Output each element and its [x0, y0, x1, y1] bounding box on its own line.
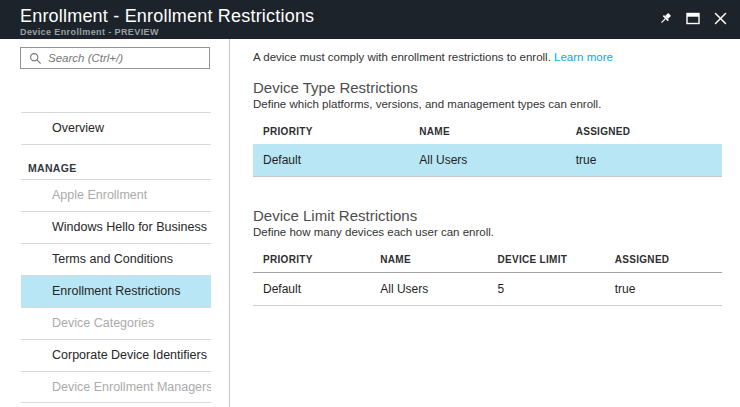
cell-assigned: true — [566, 144, 722, 176]
cell-priority: Default — [253, 144, 409, 176]
page-subtitle: Device Enrollment - PREVIEW — [20, 27, 314, 37]
page-title: Enrollment - Enrollment Restrictions — [20, 6, 314, 26]
close-icon[interactable] — [713, 11, 728, 26]
device-type-restrictions-description: Define which platforms, versions, and ma… — [253, 98, 722, 111]
blade-sidebar: Overview MANAGE Apple Enrollment Windows… — [0, 39, 230, 407]
column-header-name: NAME — [370, 248, 487, 273]
device-limit-restrictions-title: Device Limit Restrictions — [253, 207, 722, 224]
device-limit-restrictions-table: PRIORITY NAME DEVICE LIMIT ASSIGNED Defa… — [253, 248, 722, 307]
device-type-restrictions-table: PRIORITY NAME ASSIGNED Default All Users… — [253, 119, 722, 177]
sidebar-item-device-categories: Device Categories — [21, 307, 211, 339]
cell-assigned: true — [605, 273, 722, 306]
sidebar-item-windows-hello[interactable]: Windows Hello for Business — [21, 211, 211, 243]
titlebar-actions — [657, 0, 740, 26]
sidebar-menu: Overview MANAGE Apple Enrollment Windows… — [21, 112, 211, 403]
intro-sentence: A device must comply with enrollment res… — [253, 51, 551, 63]
sidebar-item-device-enrollment-managers: Device Enrollment Managers — [21, 371, 211, 403]
sidebar-item-apple-enrollment: Apple Enrollment — [21, 179, 211, 211]
pin-icon[interactable] — [657, 11, 672, 26]
blade-titlebar: Enrollment - Enrollment Restrictions Dev… — [0, 0, 740, 39]
cell-name: All Users — [409, 144, 565, 176]
sidebar-item-overview[interactable]: Overview — [21, 112, 211, 144]
column-header-assigned: ASSIGNED — [566, 119, 722, 144]
search-box — [20, 47, 210, 69]
search-input[interactable] — [48, 52, 203, 64]
learn-more-link[interactable]: Learn more — [554, 51, 613, 63]
column-header-assigned: ASSIGNED — [605, 248, 722, 273]
cell-priority: Default — [253, 273, 370, 306]
cell-name: All Users — [370, 273, 487, 306]
device-type-restrictions-title: Device Type Restrictions — [253, 79, 722, 96]
table-row[interactable]: Default All Users true — [253, 144, 722, 176]
table-header-row: PRIORITY NAME ASSIGNED — [253, 119, 722, 144]
table-row[interactable]: Default All Users 5 true — [253, 273, 722, 306]
table-header-row: PRIORITY NAME DEVICE LIMIT ASSIGNED — [253, 248, 722, 273]
sidebar-item-corporate-device-identifiers[interactable]: Corporate Device Identifiers — [21, 339, 211, 371]
titlebar-titles: Enrollment - Enrollment Restrictions Dev… — [0, 0, 314, 37]
column-header-priority: PRIORITY — [253, 248, 370, 273]
sidebar-item-terms-and-conditions[interactable]: Terms and Conditions — [21, 243, 211, 275]
maximize-icon[interactable] — [685, 11, 700, 26]
cell-device-limit: 5 — [488, 273, 605, 306]
search-icon — [29, 52, 42, 65]
device-limit-restrictions-description: Define how many devices each user can en… — [253, 226, 722, 239]
device-type-restrictions-section: Device Type Restrictions Define which pl… — [253, 79, 722, 177]
column-header-name: NAME — [409, 119, 565, 144]
blade-content: A device must comply with enrollment res… — [231, 39, 740, 407]
intro-text: A device must comply with enrollment res… — [253, 50, 722, 64]
sidebar-section-manage: MANAGE — [21, 144, 211, 179]
device-limit-restrictions-section: Device Limit Restrictions Define how man… — [253, 207, 722, 307]
column-header-device-limit: DEVICE LIMIT — [488, 248, 605, 273]
column-header-priority: PRIORITY — [253, 119, 409, 144]
sidebar-item-enrollment-restrictions[interactable]: Enrollment Restrictions — [21, 275, 211, 307]
